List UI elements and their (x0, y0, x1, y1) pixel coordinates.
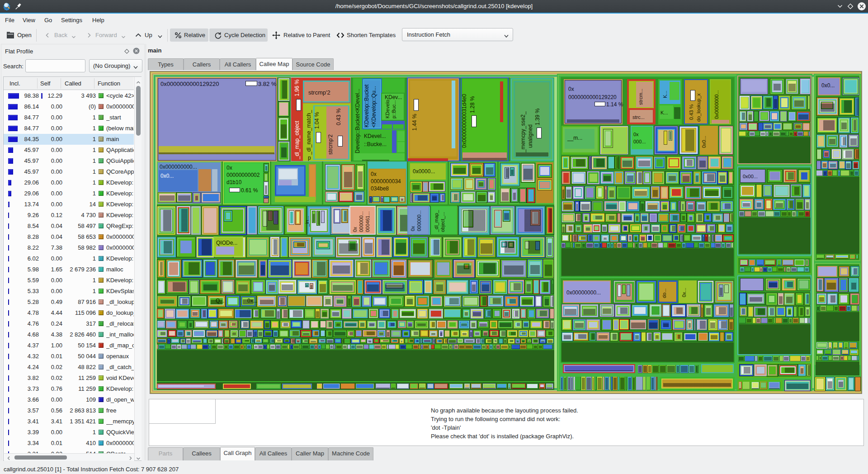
svg-text:0x000000000...: 0x000000000... (160, 164, 197, 170)
svg-text:0x...: 0x... (247, 298, 258, 304)
svg-text:0x: 0x (371, 171, 377, 177)
svg-text:do...: do... (661, 289, 667, 298)
svg-text:p: p (308, 155, 311, 161)
svg-text:K...: K... (662, 90, 668, 98)
svg-text:1.14 %: 1.14 % (606, 101, 623, 108)
svg-text:strcmp'2: strcmp'2 (308, 89, 330, 96)
svg-text:000000...: 000000... (359, 211, 364, 232)
svg-text:KDevelop::Bucket<KDevel...: KDevelop::Bucket<KDevel... (354, 89, 361, 157)
svg-text:do_lookup_x: do_lookup_x (696, 93, 701, 122)
svg-text:000000...: 000000... (416, 210, 422, 231)
svg-text:1.96 %: 1.96 % (294, 79, 300, 96)
svg-text:strcmp'2: strcmp'2 (327, 134, 334, 155)
svg-text:1.28 %: 1.28 % (469, 96, 476, 113)
svg-text:0x: 0x (568, 86, 574, 92)
svg-text:0000000034: 0000000034 (371, 178, 401, 185)
svg-text:00000000002: 00000000002 (226, 172, 260, 178)
svg-text:0x: 0x (352, 227, 358, 232)
svg-text:::Bucke...: ::Bucke... (364, 141, 387, 147)
svg-text:<KDevelop::Qu...: <KDevelop::Qu... (371, 86, 377, 128)
svg-text:1.44 %: 1.44 % (411, 114, 418, 131)
svg-text:_dl_map_: _dl_map_ (434, 210, 439, 232)
svg-text:object_...: object_... (440, 212, 445, 232)
svg-text:KDevelop::Bucket: KDevelop::Bucket (363, 84, 370, 128)
svg-text:KDevelo: KDevelo (385, 100, 390, 118)
svg-text:000461...: 000461... (365, 211, 370, 232)
svg-text:_dl_name_match_: _dl_name_match_ (306, 110, 312, 155)
svg-text:QIODe...: QIODe... (216, 240, 237, 246)
svg-text:0x00...: 0x00... (743, 174, 758, 179)
svg-text:KDev...: KDev... (385, 94, 402, 100)
svg-text:0x...: 0x... (681, 288, 687, 297)
svg-text:0x0000000000129220: 0x0000000000129220 (160, 81, 219, 87)
svg-text:0.43 %: 0.43 % (335, 108, 342, 125)
svg-text:0x00000000...: 0x00000000... (566, 289, 601, 296)
svg-text:0000000000129220: 0000000000129220 (568, 94, 617, 100)
svg-text:0x0...: 0x0... (701, 136, 707, 148)
svg-text:034be8: 034be8 (371, 185, 389, 192)
svg-text:000...: 000... (633, 139, 646, 144)
svg-text:strcm...: strcm... (638, 89, 643, 105)
svg-text:p::Buc...: p::Buc... (391, 100, 396, 118)
svg-text:1.39 %: 1.39 % (534, 108, 541, 125)
svg-text:_memcpy_sse2_: _memcpy_sse2_ (520, 111, 526, 153)
svg-text:__m...: __m... (567, 135, 582, 141)
svg-text:K...: K... (660, 110, 668, 115)
svg-text:0x: 0x (226, 165, 232, 171)
svg-text:_in...: _in... (304, 216, 310, 227)
svg-text:d1b10: d1b10 (226, 179, 242, 185)
svg-text:0x000000000031d4e0: 0x000000000031d4e0 (461, 94, 467, 148)
svg-text:0x: 0x (633, 132, 639, 137)
svg-text:Q...: Q... (216, 298, 224, 304)
svg-text:_dl_map_object: _dl_map_object (294, 121, 300, 160)
svg-text:0.61 %: 0.61 % (241, 187, 258, 194)
svg-text:0x0...: 0x0... (821, 82, 835, 89)
svg-text:3.82 %: 3.82 % (258, 81, 277, 87)
svg-text:0.43 %: 0.43 % (689, 104, 694, 120)
svg-text:unaligned: unaligned (527, 124, 533, 148)
svg-text:0x0...: 0x0... (160, 173, 174, 179)
svg-text:0x: 0x (410, 226, 415, 231)
svg-text:KDevel...: KDevel... (364, 133, 386, 139)
svg-text:1.04 %: 1.04 % (314, 112, 320, 129)
svg-text:strc...: strc... (632, 114, 645, 120)
svg-text:0x0000000...: 0x0000000... (714, 90, 719, 119)
svg-text:0x0000...: 0x0000... (413, 168, 435, 175)
